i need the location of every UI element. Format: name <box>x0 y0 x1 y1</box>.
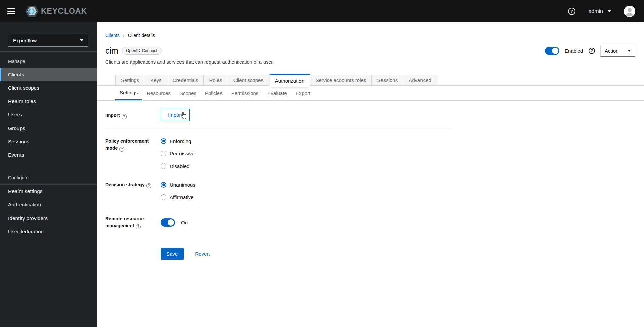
import-button[interactable]: Import <box>161 109 190 121</box>
save-button[interactable]: Save <box>161 248 184 260</box>
protocol-badge: OpenID Connect <box>122 47 162 55</box>
radio-permissive[interactable]: Permissive <box>161 150 194 157</box>
policy-enforcement-mode-label: Policy enforcement mode? <box>105 138 161 169</box>
sidebar-item-client-scopes[interactable]: Client scopes <box>0 81 97 95</box>
hamburger-menu-icon[interactable] <box>7 8 15 14</box>
subtab-scopes[interactable]: Scopes <box>175 86 201 100</box>
breadcrumb-current: Client details <box>128 33 155 38</box>
sidebar-item-groups[interactable]: Groups <box>0 122 97 135</box>
keycloak-logo: KEYCLOAK <box>25 5 87 17</box>
radio-enforcing[interactable]: Enforcing <box>161 138 194 144</box>
tab-service-accounts-roles[interactable]: Service accounts roles <box>310 75 372 85</box>
breadcrumb-clients-link[interactable]: Clients <box>105 33 120 38</box>
remote-resource-management-toggle[interactable] <box>161 218 175 227</box>
radio-affirmative[interactable]: Affirmative <box>161 194 195 200</box>
action-dropdown[interactable]: Action <box>600 45 635 57</box>
tab-client-scopes[interactable]: Client scopes <box>228 75 269 85</box>
decision-strategy-label: Decision strategy? <box>105 181 161 200</box>
subtab-settings[interactable]: Settings <box>115 86 142 100</box>
main-content: Clients › Client details cim OpenID Conn… <box>97 22 644 327</box>
sidebar-item-realm-roles[interactable]: Realm roles <box>0 95 97 108</box>
sidebar-item-identity-providers[interactable]: Identity providers <box>0 212 97 225</box>
tab-authorization[interactable]: Authorization <box>269 74 310 87</box>
breadcrumb-separator: › <box>123 32 125 38</box>
tab-sessions[interactable]: Sessions <box>372 75 403 85</box>
radio-icon <box>161 182 166 188</box>
keycloak-hexagon-icon <box>25 5 39 17</box>
nav-section-configure: Configure <box>0 168 97 181</box>
client-tabs: Settings Keys Credentials Roles Client s… <box>97 74 644 86</box>
import-label: Import? <box>105 109 161 121</box>
chevron-down-icon <box>80 39 83 41</box>
action-dropdown-label: Action <box>605 48 619 54</box>
sidebar: Expertflow Manage Clients Client scopes … <box>0 22 97 327</box>
username-label: admin <box>588 8 603 14</box>
help-icon[interactable]: ? <box>146 183 151 188</box>
radio-icon <box>161 163 166 169</box>
help-icon[interactable]: ? <box>568 8 575 15</box>
authorization-settings-form: Import? Import Policy en <box>97 101 449 260</box>
sidebar-item-events[interactable]: Events <box>0 148 97 162</box>
help-icon[interactable]: ? <box>136 224 141 229</box>
tab-settings[interactable]: Settings <box>115 75 145 85</box>
chevron-down-icon <box>608 10 611 12</box>
remote-resource-management-label: Remote resource management? <box>105 215 161 229</box>
radio-icon <box>161 151 166 156</box>
radio-disabled[interactable]: Disabled <box>161 162 194 169</box>
masthead: KEYCLOAK ? admin <box>0 0 644 22</box>
sidebar-item-authentication[interactable]: Authentication <box>0 198 97 212</box>
sidebar-item-users[interactable]: Users <box>0 108 97 122</box>
tab-roles[interactable]: Roles <box>204 75 228 85</box>
chevron-down-icon <box>628 50 631 52</box>
subtab-evaluate[interactable]: Evaluate <box>263 86 291 100</box>
breadcrumb: Clients › Client details <box>97 22 644 38</box>
subtab-export[interactable]: Export <box>291 86 315 100</box>
subtab-resources[interactable]: Resources <box>142 86 175 100</box>
realm-selector[interactable]: Expertflow <box>8 34 88 47</box>
radio-unanimous[interactable]: Unanimous <box>161 181 195 188</box>
page-subtitle: Clients are applications and services th… <box>105 59 644 65</box>
user-menu[interactable]: admin <box>588 8 611 14</box>
help-icon[interactable]: ? <box>119 147 124 152</box>
policy-enforcement-mode-radio-group: Enforcing Permissive Disabled <box>161 138 194 169</box>
enabled-toggle[interactable] <box>545 47 559 55</box>
person-icon <box>624 6 635 17</box>
tab-credentials[interactable]: Credentials <box>167 75 204 85</box>
page-title: cim <box>105 46 118 56</box>
sidebar-item-clients[interactable]: Clients <box>0 68 97 81</box>
realm-selector-value: Expertflow <box>13 38 37 43</box>
sidebar-item-sessions[interactable]: Sessions <box>0 135 97 148</box>
enabled-label: Enabled <box>565 48 583 54</box>
toggle-state-label: On <box>181 220 188 225</box>
subtab-policies[interactable]: Policies <box>201 86 227 100</box>
sidebar-item-realm-settings[interactable]: Realm settings <box>0 185 97 198</box>
help-icon[interactable]: ? <box>589 48 595 54</box>
subtab-permissions[interactable]: Permissions <box>227 86 263 100</box>
radio-icon <box>161 194 166 200</box>
decision-strategy-radio-group: Unanimous Affirmative <box>161 181 195 200</box>
keycloak-admin-console: KEYCLOAK ? admin Expertflow <box>0 0 644 327</box>
mouse-pointer-icon <box>180 112 186 120</box>
form-divider <box>105 129 449 129</box>
sidebar-item-user-federation[interactable]: User federation <box>0 225 97 238</box>
avatar[interactable] <box>624 6 635 17</box>
nav-section-manage: Manage <box>0 52 97 65</box>
brand-text: KEYCLOAK <box>41 7 87 16</box>
revert-button[interactable]: Revert <box>195 251 210 257</box>
authorization-subtabs: Settings Resources Scopes Policies Permi… <box>97 86 644 101</box>
tab-advanced[interactable]: Advanced <box>403 75 437 85</box>
radio-icon <box>161 138 166 144</box>
help-icon[interactable]: ? <box>122 114 127 119</box>
tab-keys[interactable]: Keys <box>145 75 167 85</box>
